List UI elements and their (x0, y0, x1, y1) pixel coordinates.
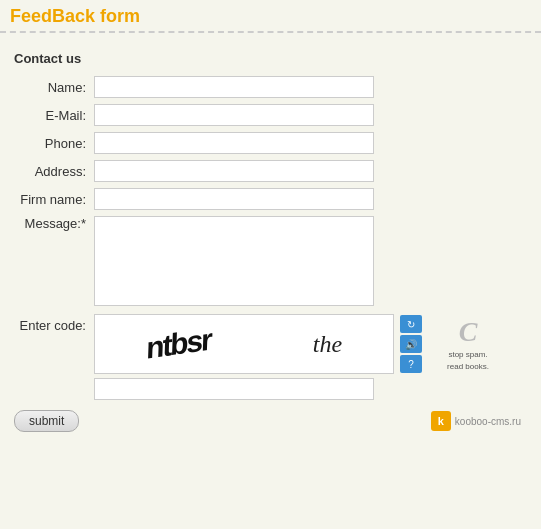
name-label: Name: (14, 80, 94, 95)
page-container: FeedBack form Contact us Name: E-Mail: P… (0, 0, 541, 529)
captcha-input[interactable] (94, 378, 374, 400)
message-label: Message:* (14, 216, 94, 231)
firm-row: Firm name: (14, 188, 527, 210)
captcha-image-area: ntbsr the ↻ 🔊 ? (94, 314, 508, 374)
captcha-audio-button[interactable]: 🔊 (400, 335, 422, 353)
firm-input[interactable] (94, 188, 374, 210)
message-textarea[interactable] (94, 216, 374, 306)
captcha-refresh-button[interactable]: ↻ (400, 315, 422, 333)
submit-button[interactable]: submit (14, 410, 79, 432)
captcha-help-button[interactable]: ? (400, 355, 422, 373)
captcha-right: ntbsr the ↻ 🔊 ? (94, 314, 508, 400)
submit-row: submit k kooboo-cms.ru (14, 410, 527, 432)
captcha-text-2: the (313, 331, 342, 358)
kooboo-icon-letter: k (438, 415, 444, 427)
address-input[interactable] (94, 160, 374, 182)
kooboo-icon: k (431, 411, 451, 431)
refresh-icon: ↻ (407, 319, 415, 330)
captcha-input-row (94, 378, 508, 400)
address-row: Address: (14, 160, 527, 182)
recaptcha-badge: C stop spam. read books. (428, 316, 508, 373)
captcha-controls: ↻ 🔊 ? (400, 315, 422, 373)
message-row: Message:* (14, 216, 527, 306)
email-input[interactable] (94, 104, 374, 126)
audio-icon: 🔊 (405, 339, 417, 350)
captcha-section: Enter code: ntbsr the ↻ 🔊 (14, 314, 527, 400)
firm-label: Firm name: (14, 192, 94, 207)
phone-input[interactable] (94, 132, 374, 154)
kooboo-label: kooboo-cms.ru (455, 416, 521, 427)
address-label: Address: (14, 164, 94, 179)
captcha-text-1: ntbsr (146, 322, 212, 366)
email-row: E-Mail: (14, 104, 527, 126)
form-body: Contact us Name: E-Mail: Phone: Address:… (0, 43, 541, 446)
help-icon: ? (408, 359, 414, 370)
recaptcha-read-text: read books. (447, 362, 489, 372)
recaptcha-stop-text: stop spam. (448, 350, 487, 360)
name-input[interactable] (94, 76, 374, 98)
phone-row: Phone: (14, 132, 527, 154)
email-label: E-Mail: (14, 108, 94, 123)
recaptcha-logo: C (459, 316, 478, 348)
phone-label: Phone: (14, 136, 94, 151)
section-title: Contact us (14, 51, 527, 66)
form-title: FeedBack form (0, 0, 541, 33)
name-row: Name: (14, 76, 527, 98)
kooboo-badge: k kooboo-cms.ru (431, 411, 527, 431)
captcha-label: Enter code: (14, 314, 94, 333)
captcha-image-box: ntbsr the (94, 314, 394, 374)
